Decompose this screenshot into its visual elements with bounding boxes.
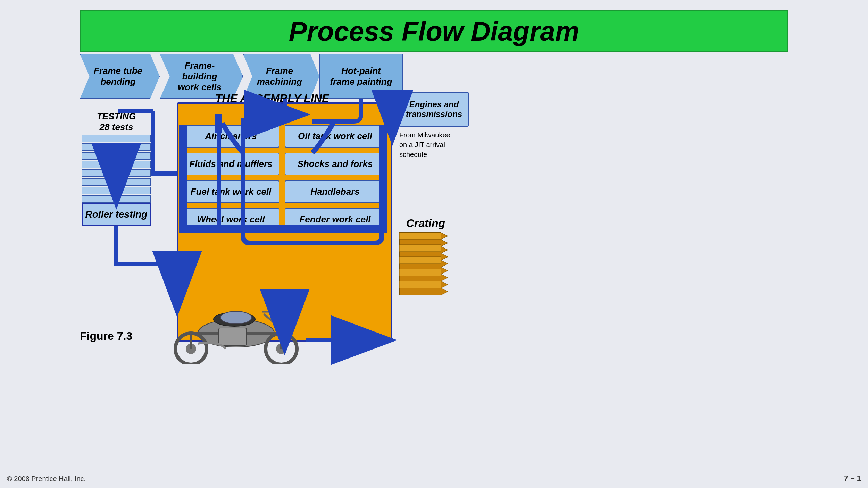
work-cell-air-cleaners: Air cleaners xyxy=(182,125,279,148)
crate-svg xyxy=(392,229,448,298)
crating-label: Crating xyxy=(406,217,445,230)
svg-point-19 xyxy=(220,311,252,324)
svg-marker-6 xyxy=(441,233,448,295)
engines-jit-label: From Milwaukee on a JIT arrival schedule xyxy=(399,130,450,159)
motorcycle-svg xyxy=(170,288,302,364)
engines-transmissions-box: Engines and transmissions xyxy=(399,92,469,127)
svg-point-20 xyxy=(281,328,292,338)
stack-bar-6 xyxy=(82,178,151,186)
arrow-box-4: Hot-paint frame painting xyxy=(319,54,403,99)
copyright: © 2008 Prentice Hall, Inc. xyxy=(7,475,86,483)
svg-rect-3 xyxy=(399,257,441,264)
stack-bar-3 xyxy=(82,152,151,160)
work-cell-fuel-tank: Fuel tank work cell xyxy=(182,180,279,203)
work-cell-oil-tank: Oil tank work cell xyxy=(285,125,385,148)
work-cell-shocks: Shocks and forks xyxy=(285,153,385,175)
page-number: 7 – 1 xyxy=(844,474,861,483)
stack-bar-2 xyxy=(82,143,151,151)
svg-rect-4 xyxy=(399,269,441,276)
figure-label: Figure 7.3 xyxy=(80,330,132,343)
work-cell-fluids: Fluids and mufflers xyxy=(182,153,279,175)
stack-bar-8 xyxy=(82,195,151,203)
svg-rect-2 xyxy=(399,245,441,252)
work-cell-fender: Fender work cell xyxy=(285,208,385,231)
stack-bar-5 xyxy=(82,169,151,177)
stack-bar-1 xyxy=(82,135,151,142)
stack-bar-7 xyxy=(82,187,151,194)
title-banner: Process Flow Diagram xyxy=(80,10,788,52)
testing-label: TESTING 28 tests xyxy=(82,111,151,133)
svg-rect-5 xyxy=(399,281,441,288)
work-cell-handlebars: Handlebars xyxy=(285,180,385,203)
svg-line-17 xyxy=(264,314,274,323)
roller-testing-box: Roller testing xyxy=(82,203,151,226)
title-text: Process Flow Diagram xyxy=(289,16,579,47)
svg-rect-1 xyxy=(399,233,441,239)
arrow-box-1: Frame tube bending xyxy=(80,54,160,99)
stack-bar-4 xyxy=(82,161,151,168)
work-cell-wheel: Wheel work cell xyxy=(182,208,279,231)
svg-rect-15 xyxy=(219,328,247,345)
